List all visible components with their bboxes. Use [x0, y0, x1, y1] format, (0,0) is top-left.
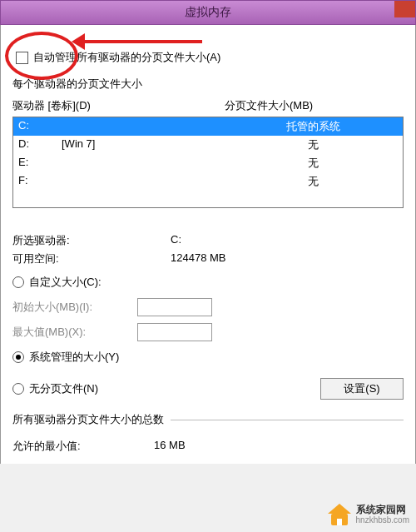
auto-manage-checkbox[interactable] — [16, 52, 28, 64]
free-space-label: 可用空间: — [12, 251, 171, 266]
list-item[interactable]: F: 无 — [13, 172, 403, 191]
custom-size-radio[interactable] — [12, 276, 24, 288]
watermark: 系统家园网 hnzkhbsb.com — [328, 504, 409, 525]
min-allowed-label: 允许的最小值: — [12, 439, 154, 454]
max-size-row: 最大值(MB)(X): — [12, 323, 404, 341]
drive-letter: D: — [18, 137, 62, 152]
auto-manage-row: 自动管理所有驱动器的分页文件大小(A) — [16, 50, 404, 65]
custom-size-label: 自定义大小(C): — [29, 275, 102, 290]
custom-size-radio-row: 自定义大小(C): — [12, 275, 404, 290]
watermark-title: 系统家园网 — [356, 504, 409, 515]
max-size-input[interactable] — [137, 323, 212, 341]
initial-size-row: 初始大小(MB)(I): — [12, 298, 404, 316]
no-paging-radio-row: 无分页文件(N) — [12, 381, 98, 396]
drive-paging: 无 — [228, 174, 398, 189]
auto-manage-label: 自动管理所有驱动器的分页文件大小(A) — [33, 50, 220, 65]
dialog-body: 自动管理所有驱动器的分页文件大小(A) 每个驱动器的分页文件大小 驱动器 [卷标… — [0, 25, 416, 464]
free-space-value: 124478 MB — [171, 251, 226, 266]
per-drive-title: 每个驱动器的分页文件大小 — [12, 77, 404, 92]
drive-letter: F: — [18, 174, 62, 189]
drive-label — [62, 174, 228, 189]
drive-paging: 无 — [228, 137, 398, 152]
header-drive: 驱动器 [卷标](D) — [12, 98, 225, 113]
watermark-url: hnzkhbsb.com — [356, 515, 409, 525]
totals-title: 所有驱动器分页文件大小的总数 — [12, 412, 171, 427]
window-title: 虚拟内存 — [185, 5, 231, 20]
list-header: 驱动器 [卷标](D) 分页文件大小(MB) — [12, 98, 404, 113]
drive-letter: E: — [18, 156, 62, 171]
selected-drive-value: C: — [171, 233, 181, 248]
selected-drive-label: 所选驱动器: — [12, 233, 171, 248]
totals-group: 所有驱动器分页文件大小的总数 允许的最小值: 16 MB — [12, 420, 404, 454]
selected-info: 所选驱动器: C: 可用空间: 124478 MB — [12, 233, 404, 266]
drive-list[interactable]: C: 托管的系统 D: [Win 7] 无 E: 无 F: 无 — [12, 117, 404, 208]
drive-paging: 托管的系统 — [228, 119, 398, 134]
initial-size-label: 初始大小(MB)(I): — [12, 300, 137, 315]
initial-size-input[interactable] — [137, 298, 212, 316]
min-allowed-value: 16 MB — [154, 439, 186, 454]
drive-label: [Win 7] — [62, 137, 228, 152]
drive-label — [62, 119, 228, 134]
list-item[interactable]: C: 托管的系统 — [13, 117, 403, 136]
system-managed-radio[interactable] — [12, 351, 24, 363]
drive-letter: C: — [18, 119, 62, 134]
set-button[interactable]: 设置(S) — [320, 378, 404, 400]
header-paging: 分页文件大小(MB) — [225, 98, 404, 113]
max-size-label: 最大值(MB)(X): — [12, 325, 137, 340]
system-managed-radio-row: 系统管理的大小(Y) — [12, 350, 404, 365]
drive-label — [62, 156, 228, 171]
list-item[interactable]: D: [Win 7] 无 — [13, 136, 403, 154]
title-bar: 虚拟内存 — [0, 0, 416, 25]
drive-paging: 无 — [228, 156, 398, 171]
system-managed-label: 系统管理的大小(Y) — [29, 350, 119, 365]
close-button[interactable] — [394, 1, 415, 17]
no-paging-radio[interactable] — [12, 383, 24, 395]
house-icon — [328, 504, 351, 525]
no-paging-label: 无分页文件(N) — [29, 381, 98, 396]
list-item[interactable]: E: 无 — [13, 154, 403, 172]
